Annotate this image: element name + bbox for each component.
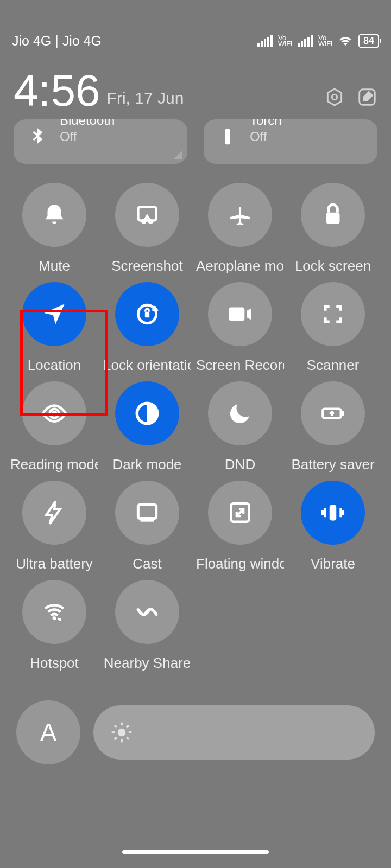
tile-label: DND <box>225 456 255 473</box>
svg-rect-4 <box>138 207 156 220</box>
wifi-icon <box>338 33 353 48</box>
tile-label: Screen Recorder <box>196 357 284 374</box>
darkmode-icon <box>134 400 161 427</box>
tile-battery-saver[interactable]: Battery saver <box>289 381 376 473</box>
tile-label: Location <box>28 357 81 374</box>
nav-handle[interactable] <box>122 850 269 854</box>
svg-line-26 <box>115 737 117 739</box>
clock-time: 4:56 <box>14 71 100 111</box>
tile-cast[interactable]: Cast <box>104 481 191 572</box>
auto-brightness-button[interactable]: A <box>16 700 80 764</box>
tile-nearby-share[interactable]: Nearby Share <box>104 580 191 672</box>
tile-circle[interactable] <box>22 183 86 247</box>
eye-icon <box>41 400 68 427</box>
svg-point-10 <box>52 411 57 416</box>
tile-circle[interactable] <box>208 381 272 445</box>
tile-circle[interactable] <box>115 481 179 545</box>
tile-ultra-battery[interactable]: Ultra battery <box>11 481 98 572</box>
battery-indicator: 84 <box>358 34 379 48</box>
tile-mute[interactable]: Mute <box>11 183 98 275</box>
svg-line-27 <box>127 725 129 727</box>
tile-label: Dark mode <box>112 456 181 473</box>
tile-label: Cast <box>133 556 161 572</box>
lock-icon <box>319 201 346 228</box>
tile-aeroplane-mode[interactable]: Aeroplane mode <box>197 183 283 275</box>
svg-line-25 <box>127 737 129 739</box>
tile-circle[interactable] <box>22 282 86 346</box>
lockorient-icon <box>134 301 161 328</box>
svg-rect-17 <box>330 505 337 520</box>
bluetooth-sub: Off <box>60 129 115 144</box>
settings-icon[interactable] <box>324 87 345 107</box>
tile-floating-window[interactable]: Floating window <box>197 481 283 572</box>
tile-circle[interactable] <box>22 381 86 445</box>
svg-line-24 <box>115 725 117 727</box>
svg-rect-7 <box>326 213 340 224</box>
tile-label: Mute <box>39 258 70 275</box>
tile-circle[interactable] <box>301 282 365 346</box>
tile-label: Screenshot <box>111 258 183 275</box>
clock-row: 4:56 Fri, 17 Jun <box>0 71 391 116</box>
auto-brightness-label: A <box>40 718 57 747</box>
status-bar: Jio 4G | Jio 4G VoWiFi VoWiFi 84 <box>0 0 391 71</box>
tile-label: Aeroplane mode <box>196 258 284 275</box>
tile-circle[interactable] <box>301 183 365 247</box>
bell-icon <box>41 201 68 228</box>
bottom-row: A <box>0 684 391 764</box>
brightness-slider[interactable] <box>93 705 375 760</box>
tile-circle[interactable] <box>301 481 365 545</box>
tile-lock-orientation[interactable]: Lock orientation <box>104 282 191 374</box>
torch-sub: Off <box>250 129 282 144</box>
scanner-icon <box>319 301 346 328</box>
floating-icon <box>226 499 254 526</box>
tile-circle[interactable] <box>115 580 179 644</box>
tile-lock-screen[interactable]: Lock screen <box>289 183 376 275</box>
vibrate-icon <box>319 499 346 526</box>
tile-dnd[interactable]: DND <box>197 381 283 473</box>
nearby-icon <box>134 598 161 626</box>
tile-circle[interactable] <box>208 282 272 346</box>
tile-vibrate[interactable]: Vibrate <box>289 481 376 572</box>
svg-rect-14 <box>138 505 156 518</box>
tile-label: Scanner <box>307 357 360 374</box>
plane-icon <box>226 201 254 228</box>
bluetooth-icon <box>27 126 48 147</box>
signal2-icon <box>298 35 313 47</box>
tile-label: Lock screen <box>295 258 371 275</box>
tile-scanner[interactable]: Scanner <box>289 282 376 374</box>
tile-circle[interactable] <box>115 183 179 247</box>
carrier-text: Jio 4G | Jio 4G <box>12 33 102 49</box>
svg-rect-13 <box>342 411 344 416</box>
svg-point-18 <box>52 616 56 620</box>
tile-location[interactable]: Location <box>11 282 98 374</box>
tile-circle[interactable] <box>301 381 365 445</box>
torch-tile[interactable]: Torch Off <box>204 119 377 164</box>
tile-circle[interactable] <box>208 183 272 247</box>
cast-icon <box>134 499 161 526</box>
camera-icon <box>226 301 254 328</box>
tile-dark-mode[interactable]: Dark mode <box>104 381 191 473</box>
bluetooth-title: Bluetooth <box>60 119 115 128</box>
tile-hotspot[interactable]: Hotspot <box>11 580 98 672</box>
svg-marker-0 <box>327 89 341 105</box>
moon-icon <box>226 400 254 427</box>
tile-circle[interactable] <box>22 580 86 644</box>
tile-circle[interactable] <box>22 481 86 545</box>
tiles-grid: MuteScreenshotAeroplane modeLock screenL… <box>0 172 391 672</box>
tile-label: Battery saver <box>291 456 374 473</box>
torch-icon <box>217 126 238 147</box>
vowifi2-label: VoWiFi <box>318 35 332 47</box>
torch-title: Torch <box>250 119 282 128</box>
wide-tiles-row: Bluetooth Off Torch Off <box>0 119 391 172</box>
tile-circle[interactable] <box>208 481 272 545</box>
tile-label: Floating window <box>196 556 284 572</box>
tile-reading-mode[interactable]: Reading mode <box>11 381 98 473</box>
tile-circle[interactable] <box>115 381 179 445</box>
tile-circle[interactable] <box>115 282 179 346</box>
bolt-icon <box>41 499 68 526</box>
tile-screenshot[interactable]: Screenshot <box>104 183 191 275</box>
tile-screen-recorder[interactable]: Screen Recorder <box>197 282 283 374</box>
edit-icon[interactable] <box>357 87 377 107</box>
clock-date: Fri, 17 Jun <box>107 89 184 107</box>
bluetooth-tile[interactable]: Bluetooth Off <box>14 119 187 164</box>
